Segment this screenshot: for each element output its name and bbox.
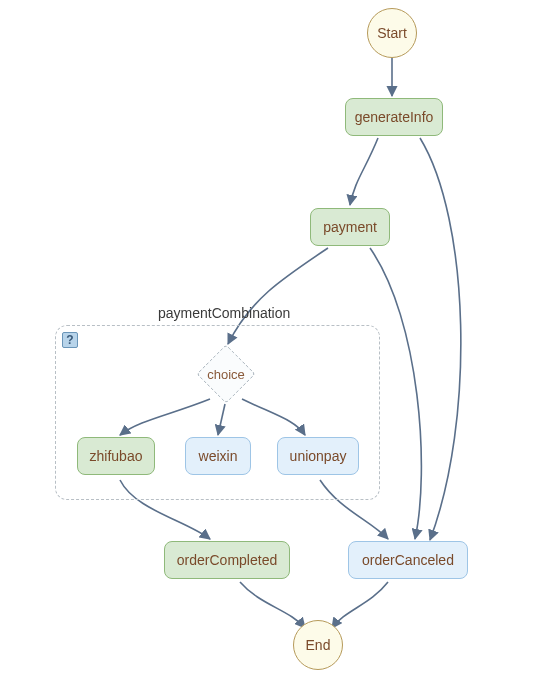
payment-label: payment <box>323 219 377 235</box>
generateinfo-node: generateInfo <box>345 98 443 136</box>
help-icon-glyph: ? <box>66 333 73 347</box>
choice-label: choice <box>196 344 256 404</box>
unionpay-node: unionpay <box>277 437 359 475</box>
ordercompleted-label: orderCompleted <box>177 552 277 568</box>
unionpay-label: unionpay <box>290 448 347 464</box>
weixin-label: weixin <box>199 448 238 464</box>
end-label: End <box>306 637 331 653</box>
end-node: End <box>293 620 343 670</box>
zhifubao-label: zhifubao <box>90 448 143 464</box>
payment-node: payment <box>310 208 390 246</box>
help-icon[interactable]: ? <box>62 332 78 348</box>
start-node: Start <box>367 8 417 58</box>
ordercanceled-label: orderCanceled <box>362 552 454 568</box>
choice-node: choice <box>196 344 256 404</box>
generateinfo-label: generateInfo <box>355 109 434 125</box>
weixin-node: weixin <box>185 437 251 475</box>
ordercanceled-node: orderCanceled <box>348 541 468 579</box>
payment-combination-label: paymentCombination <box>158 305 290 321</box>
start-label: Start <box>377 25 407 41</box>
zhifubao-node: zhifubao <box>77 437 155 475</box>
ordercompleted-node: orderCompleted <box>164 541 290 579</box>
